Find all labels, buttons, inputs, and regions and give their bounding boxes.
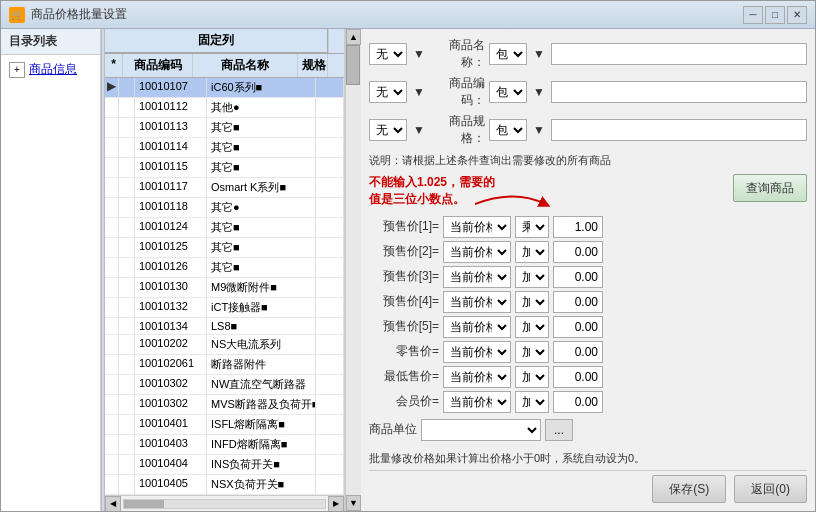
row-star: [119, 178, 135, 197]
price-retail-value[interactable]: [553, 341, 603, 363]
table-scroll-area[interactable]: ▶ 10010107 iC60系列■ 10010112 其他● 10010113…: [105, 78, 344, 495]
spacer-1: ▼: [413, 47, 425, 61]
table-row[interactable]: 10010405 NSX负荷开关■: [105, 475, 344, 495]
col-header-star: *: [105, 54, 123, 77]
table-row[interactable]: 10010115 其它■: [105, 158, 344, 178]
tree-item-label[interactable]: 商品信息: [29, 61, 77, 78]
table-row[interactable]: 100102061 断路器附件: [105, 355, 344, 375]
filter-3-input[interactable]: [551, 119, 807, 141]
row-name: iCT接触器■: [207, 298, 316, 317]
filter-2-op[interactable]: 包含: [489, 81, 527, 103]
price-min-op[interactable]: 加: [515, 366, 549, 388]
table-row[interactable]: 10010117 Osmart K系列■: [105, 178, 344, 198]
scroll-thumb[interactable]: [124, 500, 164, 508]
price-2-base[interactable]: 当前价格: [443, 241, 511, 263]
bottom-notice: 批量修改价格如果计算出价格小于0时，系统自动设为0。: [369, 447, 807, 466]
save-button[interactable]: 保存(S): [652, 475, 726, 503]
cancel-button[interactable]: 返回(0): [734, 475, 807, 503]
row-code: 10010114: [135, 138, 207, 157]
scroll-right-button[interactable]: ▶: [328, 496, 344, 512]
table-row[interactable]: 10010302 NW直流空气断路器: [105, 375, 344, 395]
table-row[interactable]: 10010112 其他●: [105, 98, 344, 118]
scroll-left-button[interactable]: ◀: [105, 496, 121, 512]
price-4-value[interactable]: [553, 291, 603, 313]
price-4-op[interactable]: 加: [515, 291, 549, 313]
price-retail-base[interactable]: 当前价格: [443, 341, 511, 363]
table-row[interactable]: 10010130 M9微断附件■: [105, 278, 344, 298]
price-min-value[interactable]: [553, 366, 603, 388]
filter-3-op[interactable]: 包含: [489, 119, 527, 141]
tree-toggle[interactable]: +: [9, 62, 25, 78]
filter-2-input[interactable]: [551, 81, 807, 103]
filter-1-type[interactable]: 无: [369, 43, 407, 65]
price-5-base[interactable]: 当前价格: [443, 316, 511, 338]
filter-3-type[interactable]: 无: [369, 119, 407, 141]
table-row[interactable]: 10010302 MVS断路器及负荷开■: [105, 395, 344, 415]
main-content: 目录列表 + 商品信息 固定列 * 商品编码 商品名称 规格: [1, 29, 815, 511]
table-body[interactable]: ▶ 10010107 iC60系列■ 10010112 其他● 10010113…: [105, 78, 344, 495]
price-member-op[interactable]: 加: [515, 391, 549, 413]
row-arrow: [105, 415, 119, 434]
table-row[interactable]: 10010114 其它■: [105, 138, 344, 158]
price-min-base[interactable]: 当前价格: [443, 366, 511, 388]
minimize-button[interactable]: ─: [743, 6, 763, 24]
left-panel: 目录列表 + 商品信息: [1, 29, 101, 511]
table-row[interactable]: 10010113 其它■: [105, 118, 344, 138]
price-2-value[interactable]: [553, 241, 603, 263]
scroll-up-button[interactable]: ▲: [346, 29, 361, 45]
filter-2-type[interactable]: 无: [369, 81, 407, 103]
price-4-base[interactable]: 当前价格: [443, 291, 511, 313]
row-arrow: [105, 218, 119, 237]
table-row[interactable]: ▶ 10010107 iC60系列■: [105, 78, 344, 98]
vscroll-thumb[interactable]: [346, 45, 360, 85]
maximize-button[interactable]: □: [765, 6, 785, 24]
title-bar: 🛒 商品价格批量设置 ─ □ ✕: [1, 1, 815, 29]
column-headers: * 商品编码 商品名称 规格: [105, 54, 344, 78]
unit-label: 商品单位: [369, 421, 417, 438]
vertical-scrollbar[interactable]: ▲ ▼: [345, 29, 361, 511]
price-5-value[interactable]: [553, 316, 603, 338]
unit-select[interactable]: [421, 419, 541, 441]
unit-row: 商品单位 ...: [369, 419, 807, 441]
table-row[interactable]: 10010125 其它■: [105, 238, 344, 258]
price-3-base[interactable]: 当前价格: [443, 266, 511, 288]
row-name: 其它■: [207, 218, 316, 237]
spacer-3: ▼: [413, 85, 425, 99]
row-name: 其他●: [207, 98, 316, 117]
price-member-base[interactable]: 当前价格: [443, 391, 511, 413]
price-3-op[interactable]: 加: [515, 266, 549, 288]
table-row[interactable]: 10010403 INFD熔断隔离■: [105, 435, 344, 455]
table-row[interactable]: 10010132 iCT接触器■: [105, 298, 344, 318]
row-star: [119, 218, 135, 237]
scroll-down-button[interactable]: ▼: [346, 495, 361, 511]
price-retail-op[interactable]: 加: [515, 341, 549, 363]
row-arrow: [105, 98, 119, 117]
table-row[interactable]: 10010126 其它■: [105, 258, 344, 278]
filter-1-op[interactable]: 包含: [489, 43, 527, 65]
close-button[interactable]: ✕: [787, 6, 807, 24]
table-row[interactable]: 10010134 LS8■: [105, 318, 344, 335]
row-arrow: [105, 158, 119, 177]
price-3-value[interactable]: [553, 266, 603, 288]
horizontal-scrollbar[interactable]: ◀ ▶: [105, 495, 344, 511]
row-star: [119, 415, 135, 434]
table-row[interactable]: 10010401 ISFL熔断隔离■: [105, 415, 344, 435]
row-code: 10010202: [135, 335, 207, 354]
table-row[interactable]: 10010202 NS大电流系列: [105, 335, 344, 355]
filter-1-input[interactable]: [551, 43, 807, 65]
table-row[interactable]: 10010118 其它●: [105, 198, 344, 218]
price-2-op[interactable]: 加: [515, 241, 549, 263]
query-button[interactable]: 查询商品: [733, 174, 807, 202]
unit-button[interactable]: ...: [545, 419, 573, 441]
row-arrow: [105, 395, 119, 414]
table-row[interactable]: 10010404 INS负荷开关■: [105, 455, 344, 475]
tree-item-product-info[interactable]: + 商品信息: [5, 59, 96, 80]
field-label-3: 商品规格：: [431, 113, 485, 147]
price-member-value[interactable]: [553, 391, 603, 413]
row-name: 其它■: [207, 138, 316, 157]
table-row[interactable]: 10010124 其它■: [105, 218, 344, 238]
row-name: iC60系列■: [207, 78, 316, 97]
price-1-value[interactable]: [553, 216, 603, 238]
table-panel: 固定列 * 商品编码 商品名称 规格 ▶ 10010107 iC60系列■: [105, 29, 345, 511]
price-5-op[interactable]: 加: [515, 316, 549, 338]
